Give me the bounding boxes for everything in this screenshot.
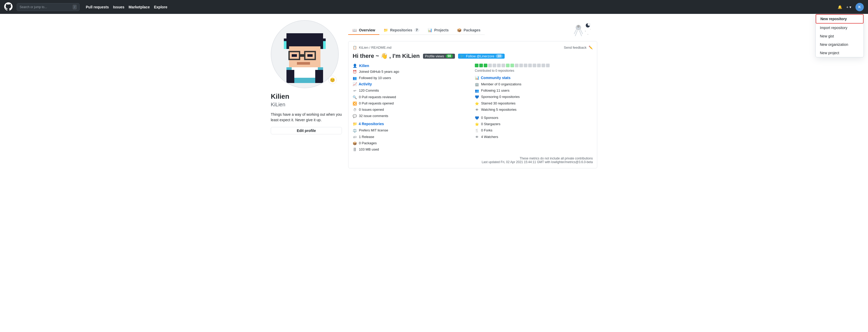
new-gist-item[interactable]: New gist — [816, 32, 864, 40]
profile-avatar — [276, 25, 334, 83]
pr-reviewed-stat: 🔍 0 Pull requests reviewed — [353, 95, 471, 100]
orgs-stat: 🏢 Member of 0 organizations — [475, 82, 593, 87]
svg-text:✦: ✦ — [590, 29, 591, 30]
profile-name: Kilien — [271, 92, 342, 101]
twitter-badge[interactable]: 🐦 Follow @Linerzore 10 — [458, 54, 505, 59]
nav-issues[interactable]: Issues — [113, 5, 125, 9]
new-project-item[interactable]: New project — [816, 49, 864, 57]
svg-text:✦: ✦ — [587, 34, 588, 35]
starred-stat: ⭐ Starred 30 repositories — [475, 101, 593, 106]
edit-icon: ✏️ — [589, 46, 593, 50]
svg-rect-5 — [284, 41, 286, 49]
notifications-button[interactable]: 🔔 — [838, 5, 842, 9]
storage-icon: 🗄 — [353, 147, 357, 152]
contrib-square — [533, 64, 536, 67]
edit-profile-button[interactable]: Edit profile — [271, 127, 342, 134]
repos-badge: 7 — [414, 28, 420, 32]
community-title: 📊 Community stats — [475, 76, 593, 80]
new-repository-item[interactable]: New repository — [816, 14, 864, 24]
forks-stat: 🍴 0 Forks — [475, 128, 593, 133]
greeting-text: Hi there ~ 👋 , I'm KiLien — [353, 53, 420, 59]
readme-icon: 📋 — [353, 46, 357, 50]
tab-overview[interactable]: 📖 Overview — [348, 26, 379, 35]
profile-views-count: 98 — [446, 54, 453, 58]
search-kbd: / — [73, 5, 76, 9]
svg-rect-9 — [300, 54, 305, 57]
package-icon: 📦 — [353, 141, 357, 146]
nav-right: 🔔 + ▾ K — [838, 3, 864, 11]
readme-card: 📋 KiLien / README.md Send feedback ✏️ Hi… — [348, 41, 597, 168]
sponsoring-stat: 💙 Sponsoring 0 repositories — [475, 94, 593, 100]
mona-octocat-area: ✦ ✦ ✦ — [572, 20, 597, 41]
contrib-square — [510, 64, 514, 67]
tab-packages[interactable]: 📦 Packages — [453, 26, 485, 35]
readme-actions[interactable]: Send feedback ✏️ — [564, 46, 593, 50]
tab-repositories[interactable]: 📁 Repositories 7 — [379, 26, 424, 35]
following-stat: 👥 Following 11 users — [475, 88, 593, 93]
tab-projects[interactable]: 📊 Projects — [424, 26, 453, 35]
profile-bio: Things have a way of working out when yo… — [271, 112, 342, 123]
svg-rect-16 — [315, 70, 323, 83]
packages-icon: 📦 — [457, 28, 462, 32]
profile-views-badge: Profile views 98 — [423, 54, 455, 59]
nav-links: Pull requests Issues Marketplace Explore — [86, 5, 167, 9]
issue-comments-stat: 💬 32 issue comments — [353, 114, 471, 119]
sponsor-section: 💙 0 Sponsors ⭐ 0 Stargazers 🍴 0 Forks — [475, 115, 593, 140]
avatar-container: 😊 — [271, 20, 339, 88]
release-icon: 🏷 — [353, 135, 357, 140]
profile-mini-avatar: 👤 — [353, 64, 357, 68]
svg-text:✦: ✦ — [585, 30, 586, 32]
pr-open-icon: 🔀 — [353, 101, 357, 106]
right-stats: Contributed to 0 repositories 📊 Communit… — [475, 64, 593, 154]
license-icon: ⚖️ — [353, 128, 357, 133]
svg-rect-2 — [286, 33, 323, 46]
stats-grid: 👤 Kilien ⏰ Joined GitHub 5 years ago 👥 F… — [353, 64, 593, 154]
search-bar[interactable]: Search or jump to... / — [17, 3, 80, 11]
svg-line-19 — [574, 30, 576, 34]
svg-point-18 — [577, 25, 580, 28]
twitter-label: Follow @Linerzore — [466, 54, 494, 58]
stargazers-stat: ⭐ 0 Stargazers — [475, 122, 593, 127]
sponsors-stat: 💙 0 Sponsors — [475, 115, 593, 120]
comment-icon: 💬 — [353, 114, 357, 119]
profile-mini-name: Kilien — [359, 64, 369, 68]
contrib-square — [479, 64, 483, 67]
following-icon: 👥 — [475, 88, 479, 93]
nav-marketplace[interactable]: Marketplace — [129, 5, 150, 9]
octocat-illustration: ✦ ✦ ✦ — [572, 20, 593, 41]
new-dropdown-button[interactable]: + ▾ — [846, 5, 851, 9]
contrib-square — [488, 64, 492, 67]
nav-pull-requests[interactable]: Pull requests — [86, 5, 109, 9]
contrib-square — [541, 64, 545, 67]
svg-point-24 — [588, 23, 590, 26]
activity-icon: 📈 — [353, 82, 357, 86]
navigation: Search or jump to... / Pull requests Iss… — [0, 0, 868, 14]
readme-header: 📋 KiLien / README.md Send feedback ✏️ — [353, 46, 593, 50]
forks-icon: 🍴 — [475, 128, 479, 133]
watching-icon: 👁 — [475, 108, 479, 112]
heart-icon: 💙 — [475, 95, 479, 100]
avatar-menu[interactable]: K — [856, 3, 864, 11]
contrib-square — [493, 64, 496, 67]
github-logo[interactable] — [4, 2, 12, 11]
import-repository-item[interactable]: Import repository — [816, 24, 864, 32]
new-organization-item[interactable]: New organization — [816, 40, 864, 49]
contrib-square — [484, 64, 487, 67]
contrib-square — [506, 64, 509, 67]
people-icon: 👥 — [353, 76, 357, 81]
nav-explore[interactable]: Explore — [154, 5, 167, 9]
issue-icon: ⏱ — [353, 108, 357, 112]
new-dropdown-menu: New repository Import repository New gis… — [815, 14, 864, 57]
contrib-square — [524, 64, 527, 67]
profile-username: KiLien — [271, 102, 342, 108]
repos-section-icon: 📁 — [353, 122, 357, 126]
repos-section-title: 📁 4 Repositories — [353, 122, 471, 126]
svg-rect-14 — [292, 67, 318, 78]
commits-stat: ↩ 120 Commits — [353, 88, 471, 93]
sponsors-icon: 💙 — [475, 116, 479, 120]
readme-breadcrumb: 📋 KiLien / README.md — [353, 46, 391, 50]
svg-line-20 — [581, 30, 583, 34]
repos-icon: 📁 — [383, 28, 388, 32]
commit-icon: ↩ — [353, 88, 357, 93]
pr-review-icon: 🔍 — [353, 95, 357, 100]
